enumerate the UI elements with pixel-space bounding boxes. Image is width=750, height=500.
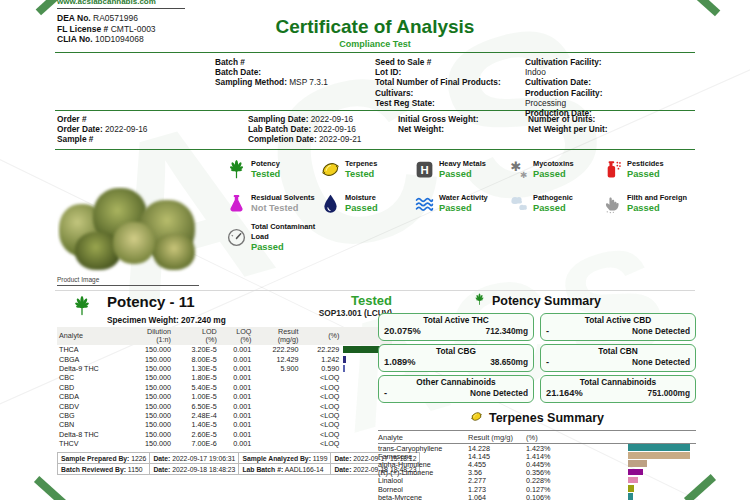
meta-cell: Sample Prepared By: 1226 [58,453,150,464]
info-line: Net Weight: [398,124,479,134]
badge-text: Residual SolventsNot Tested [251,193,315,213]
test-badge-pathogenic: PathogenicPassed [508,186,602,220]
cell-lod: 6.50E-5 [173,401,219,410]
cell-result [253,411,300,420]
summary-box-percent: 20.075% [384,326,421,336]
summary-box-percent: - [546,326,549,336]
terpene-bar-wrap [628,493,633,500]
badge-label: Mycotoxins [533,159,574,169]
summary-box-amount: 712.340mg [486,326,528,336]
badge-label: Terpenes [345,159,377,169]
lemon-icon [470,410,483,426]
batch-info-col3: Cultivation Facility:IndooCultivation Da… [525,57,602,118]
order-info-col3: Initial Gross Weight:Net Weight: [398,114,479,134]
column-header: Result(mg/g) [253,327,300,345]
info-line: Number of Units: [528,114,608,124]
result-bar [343,356,346,363]
badge-status: Tested [251,169,280,179]
summary-box-total-cbg: Total CBG1.089%38.650mg [378,344,534,372]
badge-status: Passed [439,203,488,213]
page-subtitle: Compliance Test [55,39,695,49]
cell-result: 222.290 [253,345,300,354]
table-row: CBD150.0005.40E-50.001<LOQ [57,383,392,392]
info-line: Order Date: 2022-09-16 [57,124,147,134]
meta-row: Batch Reviewed By: 1150Date: 2022-09-18 … [58,464,420,475]
cell-result [253,430,300,439]
table-row: CBG150.0002.48E-40.001<LOQ [57,411,392,420]
cell-lod: 1.80E-5 [173,373,219,382]
cell-dilution: 150.000 [126,430,173,439]
summary-box-other-cannabinoids: Other Cannabinoids-None Detected [378,375,534,403]
cell-loq: 0.001 [219,373,254,382]
column-header: LOQ(%) [219,327,254,345]
badge-status: Passed [627,169,664,179]
summary-box-title: Other Cannabinoids [384,378,528,387]
test-badge-water-activity: Water ActivityPassed [414,186,508,220]
cell-lod: 2.60E-5 [173,430,219,439]
potency-summary-grid: Total Active THC20.075%712.340mgTotal Ac… [378,313,696,403]
cell-analyte: CBDV [57,401,126,410]
batch-info-col1: Batch #Batch Date:Sampling Method: MSP 7… [215,57,328,88]
test-badge-total-contaminant-load: Total Contaminant LoadPassed [226,220,320,254]
cell-result [253,392,300,401]
potency-table: AnalyteDilution(1:n)LOD(%)LOQ(%)Result(m… [57,327,392,448]
cell-pct: <LOQ [300,373,341,382]
terpenes-table-header: Analyte Result (mg/g) (%) [378,430,696,444]
cell-analyte: Delta-9 THC [57,364,126,373]
cell-loq: 0.001 [219,401,254,410]
summary-box-amount: None Detected [632,326,690,336]
cell-loq: 0.001 [219,430,254,439]
cell-pct: <LOQ [300,401,341,410]
flask-icon [226,193,247,214]
cell-dilution: 150.000 [126,411,173,420]
badge-text: TerpenesTested [345,159,377,179]
column-header: Analyte [378,433,468,442]
badge-text: PesticidesPassed [627,159,664,179]
terpene-pct: 0.106% [526,493,580,500]
terpene-bar [628,477,638,484]
summary-box-title: Total CBG [384,347,528,356]
cell-analyte: CBC [57,373,126,382]
cell-dilution: 150.000 [126,420,173,429]
terpene-bar [628,493,633,500]
badge-label: Moisture [345,193,378,203]
badge-status: Passed [251,242,320,252]
certificate-page: ACS ACS www.acslabcannabis.com DEA No. R… [0,0,750,500]
badge-text: Water ActivityPassed [439,193,488,213]
cell-loq: 0.001 [219,345,254,354]
cell-dilution: 150.000 [126,401,173,410]
summary-box-values: -None Detected [384,388,528,398]
corner-accent [34,476,66,500]
potency-meta-table: Sample Prepared By: 1226Date: 2022-09-17… [57,452,420,475]
divider [55,290,695,291]
specimen-weight: Specimen Weight: 207.240 mg [107,315,226,325]
lemon-icon [320,159,341,180]
cell-loq: 0.001 [219,364,254,373]
cannabis-leaf-icon [71,295,93,321]
badge-text: Heavy MetalsPassed [439,159,486,179]
pathogen-cloud-icon [508,193,529,214]
batch-info-col2: Seed to Sale #Lot ID:Total Number of Fin… [375,57,501,108]
divider [55,52,695,53]
info-line: Batch Date: [215,67,328,77]
summary-box-title: Total Cannabinoids [546,378,690,387]
cell-lod: 3.20E-5 [173,345,219,354]
terpenes-summary-title-text: Terpenes Summary [489,411,604,425]
meta-cell: Lab Batch #: AADL166-14 [239,464,331,475]
order-info-col1: Order #Order Date: 2022-09-16Sample # [57,114,147,145]
cell-analyte: CBD [57,383,126,392]
badge-status: Passed [533,169,574,179]
badge-status: Passed [627,203,687,213]
product-image-label: Product Image [57,276,199,283]
cell-pct: 1.242 [300,354,341,363]
info-line: Production Facility: [525,88,602,98]
cell-pct: <LOQ [300,392,341,401]
terpene-bar [628,469,643,476]
cannabis-leaf-icon [226,159,247,180]
terpene-bar [628,460,647,467]
table-row: Delta-8 THC150.0002.60E-50.001<LOQ [57,430,392,439]
summary-box-values: 21.164%751.000mg [546,388,690,398]
product-image-block: Product Image [57,186,199,286]
meta-cell: Batch Reviewed By: 1150 [58,464,150,475]
summary-box-total-cannabinoids: Total Cannabinoids21.164%751.000mg [540,375,696,403]
